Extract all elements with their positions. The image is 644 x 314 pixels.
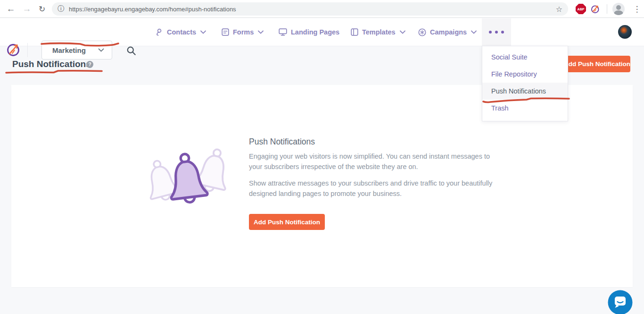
campaign-burst-icon: [418, 28, 426, 36]
profile-head-shape: [616, 5, 621, 10]
form-icon: [222, 28, 229, 36]
browser-profile-icon[interactable]: [612, 3, 625, 15]
push-notification-bells-illustration: [140, 143, 239, 218]
help-icon[interactable]: ?: [86, 61, 93, 68]
engagebay-logo[interactable]: [6, 42, 22, 58]
app-selector-label: Marketing: [52, 46, 86, 54]
person-icon: [156, 28, 163, 36]
adblock-extension-icon[interactable]: ABP: [576, 4, 586, 14]
empty-state-heading: Push Notifications: [249, 137, 315, 147]
add-push-notification-button[interactable]: Add Push Notification: [249, 214, 325, 230]
menu-item-trash[interactable]: Trash: [482, 100, 568, 117]
browser-menu-icon[interactable]: ⋮: [630, 0, 644, 18]
nav-item-campaigns[interactable]: Campaigns: [418, 18, 477, 46]
nav-item-label: Contacts: [167, 28, 196, 36]
chevron-down-icon: [98, 48, 104, 52]
nav-item-label: Landing Pages: [291, 28, 339, 36]
nav-item-contacts[interactable]: Contacts: [156, 18, 206, 46]
menu-item-social-suite[interactable]: Social Suite: [482, 49, 568, 66]
nav-item-label: Forms: [233, 28, 254, 36]
menu-item-push-notifications[interactable]: Push Notifications: [482, 83, 568, 100]
nav-item-landing-pages[interactable]: Landing Pages: [279, 18, 339, 46]
chevron-down-icon: [200, 30, 206, 34]
more-menu-dropdown: Social Suite File Repository Push Notifi…: [482, 46, 568, 121]
more-menu-icon: [501, 31, 504, 34]
user-avatar[interactable]: [618, 25, 632, 39]
bookmark-star-icon[interactable]: ☆: [556, 5, 562, 14]
search-icon[interactable]: [124, 44, 138, 57]
more-menu-button[interactable]: [482, 18, 511, 46]
menu-item-file-repository[interactable]: File Repository: [482, 66, 568, 83]
profile-body-shape: [614, 10, 623, 15]
nav-item-label: Templates: [362, 28, 396, 36]
empty-state-paragraph-1: Engaging your web visitors is now simpli…: [249, 152, 504, 172]
monitor-icon: [279, 28, 287, 36]
nav-item-templates[interactable]: Templates: [351, 18, 406, 46]
page-title: Push Notifications: [12, 59, 91, 69]
intercom-chat-launcher[interactable]: [608, 290, 633, 314]
back-icon[interactable]: ←: [4, 0, 18, 18]
forward-icon[interactable]: →: [20, 0, 34, 18]
engagebay-extension-icon[interactable]: [590, 4, 601, 14]
url-text[interactable]: https://engagebayru.engagebay.com/home#p…: [69, 6, 551, 13]
chevron-down-icon: [399, 30, 406, 34]
toolbar-divider: [607, 4, 607, 14]
empty-state-paragraph-2: Show attractive messages to your subscri…: [249, 178, 504, 199]
layout-icon: [351, 28, 358, 36]
chat-bubble-icon: [615, 297, 626, 306]
app-selector-marketing[interactable]: Marketing: [41, 41, 112, 59]
add-push-notification-button-top[interactable]: Add Push Notification: [564, 56, 630, 72]
nav-divider: [27, 43, 28, 57]
browser-toolbar: ← → ↻ ⓘ https://engagebayru.engagebay.co…: [0, 0, 644, 18]
nav-item-forms[interactable]: Forms: [222, 18, 264, 46]
chevron-down-icon: [471, 30, 477, 34]
nav-item-label: Campaigns: [430, 28, 467, 36]
more-menu-icon: [489, 31, 492, 34]
chevron-down-icon: [257, 30, 264, 34]
address-bar[interactable]: ⓘ https://engagebayru.engagebay.com/home…: [52, 2, 568, 16]
page-info-icon[interactable]: ⓘ: [58, 5, 64, 13]
more-menu-icon: [495, 31, 498, 34]
refresh-icon[interactable]: ↻: [35, 0, 49, 18]
